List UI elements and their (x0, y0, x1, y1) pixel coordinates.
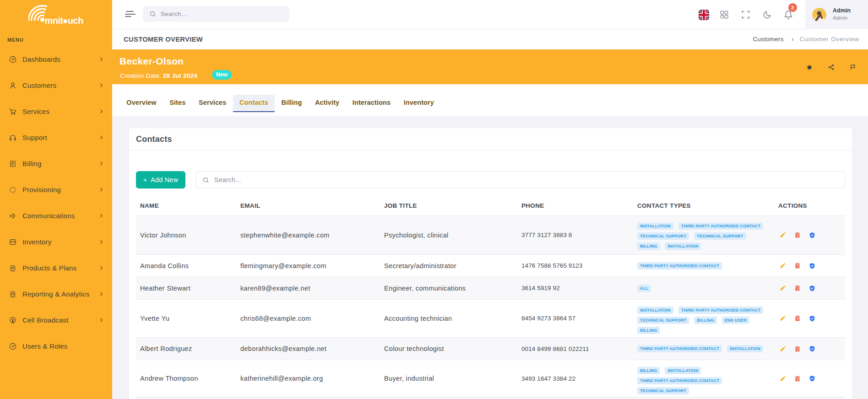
svg-text:uch: uch (68, 16, 83, 26)
svg-text:mnit: mnit (45, 16, 64, 26)
